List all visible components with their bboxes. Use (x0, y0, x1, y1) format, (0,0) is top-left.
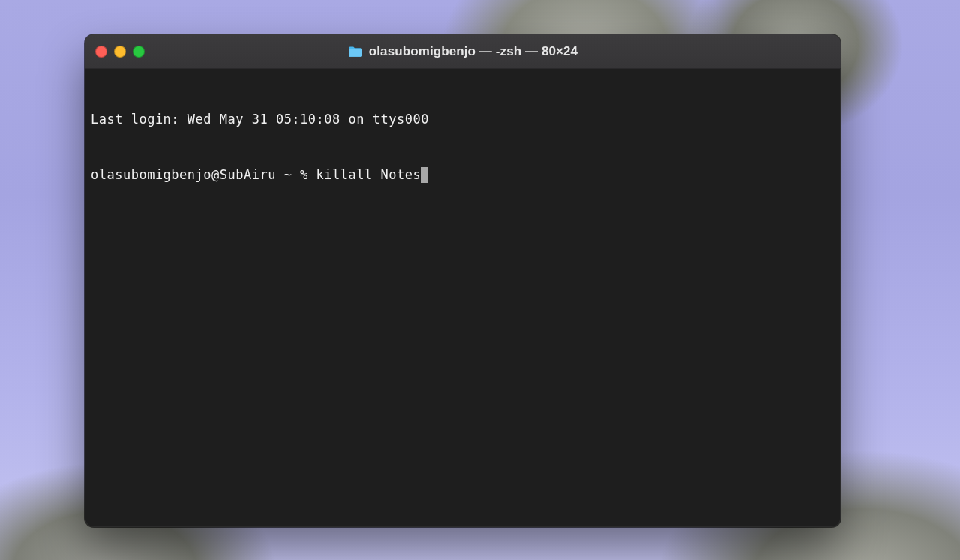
window-controls (95, 46, 145, 58)
prompt-line: olasubomigbenjo@SubAiru ~ % killall Note… (91, 166, 835, 184)
last-login-line: Last login: Wed May 31 05:10:08 on ttys0… (91, 110, 835, 129)
typed-command: killall Notes (316, 166, 422, 184)
title-bar[interactable]: olasubomigbenjo — -zsh — 80×24 (85, 34, 841, 69)
window-title: olasubomigbenjo — -zsh — 80×24 (369, 44, 578, 59)
minimize-button[interactable] (114, 46, 126, 58)
close-button[interactable] (95, 46, 107, 58)
shell-prompt: olasubomigbenjo@SubAiru ~ % (91, 166, 316, 184)
window-title-container: olasubomigbenjo — -zsh — 80×24 (85, 44, 841, 59)
maximize-button[interactable] (133, 46, 145, 58)
desktop-wallpaper: olasubomigbenjo — -zsh — 80×24 Last logi… (0, 0, 960, 560)
cursor-icon (421, 167, 428, 183)
terminal-window[interactable]: olasubomigbenjo — -zsh — 80×24 Last logi… (85, 34, 841, 527)
terminal-body[interactable]: Last login: Wed May 31 05:10:08 on ttys0… (85, 69, 841, 527)
folder-icon (348, 46, 363, 58)
